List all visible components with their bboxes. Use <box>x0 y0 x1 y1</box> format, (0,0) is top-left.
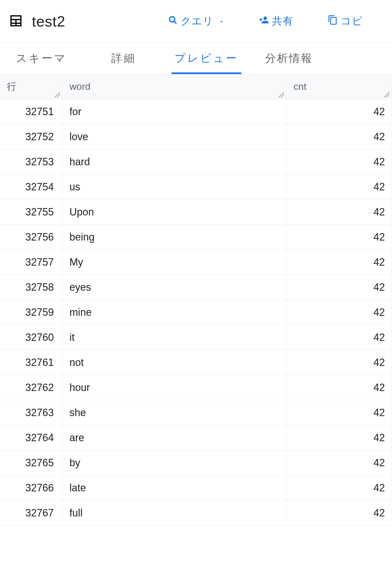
cell-cnt-value: 42 <box>373 306 385 318</box>
cell-word-value: us <box>69 181 80 193</box>
cell-word: are <box>63 425 287 450</box>
cell-cnt: 42 <box>287 300 392 325</box>
table-row[interactable]: 32755Upon42 <box>0 199 392 225</box>
header-bar: test2 クエリ 共有 <box>0 0 392 43</box>
cell-row-value: 32761 <box>25 357 54 369</box>
table-row[interactable]: 32757My42 <box>0 250 392 275</box>
cell-cnt-value: 42 <box>373 507 385 519</box>
cell-row-value: 32753 <box>25 156 54 168</box>
cell-row-value: 32752 <box>25 131 54 143</box>
cell-cnt-value: 42 <box>373 231 385 243</box>
cell-word-value: My <box>69 256 83 268</box>
copy-button[interactable]: コピ <box>319 14 372 28</box>
cell-word: by <box>63 450 287 475</box>
cell-row-value: 32765 <box>25 457 54 469</box>
cell-cnt-value: 42 <box>373 206 385 218</box>
copy-icon <box>328 15 338 28</box>
table-row[interactable]: 32753hard42 <box>0 149 392 174</box>
resize-handle-icon[interactable] <box>382 89 390 97</box>
cell-row: 32758 <box>0 275 63 300</box>
cell-word: eyes <box>63 275 287 300</box>
cell-row-value: 32767 <box>25 507 54 519</box>
cell-row-value: 32758 <box>25 281 54 293</box>
cell-word: late <box>63 475 287 500</box>
cell-row-value: 32756 <box>25 231 54 243</box>
cell-word-value: by <box>69 457 80 469</box>
table-row[interactable]: 32767full42 <box>0 500 392 526</box>
cell-word: not <box>63 350 287 375</box>
search-icon <box>168 15 178 27</box>
cell-cnt-value: 42 <box>373 181 385 193</box>
cell-row: 32761 <box>0 350 63 375</box>
cell-row: 32751 <box>0 99 63 124</box>
cell-word-value: hard <box>69 156 90 168</box>
query-button[interactable]: クエリ <box>159 14 233 28</box>
table-row[interactable]: 32760it42 <box>0 325 392 350</box>
cell-word-value: love <box>69 131 88 143</box>
col-header-word[interactable]: word <box>63 74 287 99</box>
resize-handle-icon[interactable] <box>277 89 285 97</box>
table-row[interactable]: 32761not42 <box>0 350 392 375</box>
cell-row-value: 32766 <box>25 482 54 494</box>
cell-cnt: 42 <box>287 350 392 375</box>
cell-cnt: 42 <box>287 475 392 500</box>
cell-row: 32756 <box>0 225 63 249</box>
cell-row-value: 32763 <box>25 407 54 419</box>
cell-cnt: 42 <box>287 500 392 525</box>
cell-word: mine <box>63 300 287 325</box>
cell-row-value: 32762 <box>25 382 54 394</box>
cell-cnt-value: 42 <box>373 131 385 143</box>
cell-cnt-value: 42 <box>373 407 385 419</box>
table-row[interactable]: 32756being42 <box>0 225 392 250</box>
cell-cnt-value: 42 <box>373 281 385 293</box>
cell-row: 32753 <box>0 149 63 174</box>
cell-cnt-value: 42 <box>373 382 385 394</box>
cell-cnt-value: 42 <box>373 457 385 469</box>
person-add-icon <box>259 15 269 28</box>
tab-preview-label: プレビュー <box>175 51 238 66</box>
resize-handle-icon[interactable] <box>53 89 61 97</box>
table-row[interactable]: 32758eyes42 <box>0 275 392 300</box>
cell-word-value: for <box>69 106 81 118</box>
table-row[interactable]: 32751for42 <box>0 99 392 124</box>
tab-details[interactable]: 詳細 <box>83 43 165 74</box>
cell-row: 32752 <box>0 124 63 149</box>
cell-word-value: are <box>69 432 84 444</box>
table-row[interactable]: 32766late42 <box>0 475 392 500</box>
tab-schema-label: スキーマ <box>16 51 67 66</box>
title-wrap: test2 <box>9 13 134 30</box>
cell-row: 32762 <box>0 375 63 400</box>
cell-cnt-value: 42 <box>373 156 385 168</box>
share-button[interactable]: 共有 <box>250 14 302 28</box>
table-row[interactable]: 32765by42 <box>0 450 392 475</box>
table-header: 行 word cnt <box>0 74 392 99</box>
table-row[interactable]: 32754us42 <box>0 174 392 199</box>
cell-row: 32763 <box>0 400 63 425</box>
cell-cnt: 42 <box>287 199 392 224</box>
table-row[interactable]: 32763she42 <box>0 400 392 425</box>
col-header-row-label: 行 <box>7 80 17 93</box>
col-header-cnt-label: cnt <box>294 81 306 92</box>
cell-word: My <box>63 250 287 274</box>
cell-cnt: 42 <box>287 425 392 450</box>
table-row[interactable]: 32764are42 <box>0 425 392 450</box>
copy-label: コピ <box>341 14 363 28</box>
tab-preview[interactable]: プレビュー <box>165 43 248 74</box>
tab-insights[interactable]: 分析情報 <box>248 43 330 74</box>
col-header-cnt[interactable]: cnt <box>287 74 392 99</box>
col-header-row[interactable]: 行 <box>0 74 63 99</box>
cell-cnt: 42 <box>287 275 392 300</box>
cell-word-value: she <box>69 407 86 419</box>
cell-cnt: 42 <box>287 124 392 149</box>
cell-cnt: 42 <box>287 325 392 350</box>
tab-schema[interactable]: スキーマ <box>0 43 83 74</box>
cell-cnt-value: 42 <box>373 331 385 343</box>
svg-line-1 <box>174 21 176 24</box>
cell-row: 32759 <box>0 300 63 325</box>
table-row[interactable]: 32762hour42 <box>0 375 392 400</box>
cell-row-value: 32751 <box>25 106 54 118</box>
table-row[interactable]: 32752love42 <box>0 124 392 149</box>
cell-row-value: 32764 <box>25 432 54 444</box>
table-row[interactable]: 32759mine42 <box>0 300 392 325</box>
cell-row-value: 32755 <box>25 206 54 218</box>
